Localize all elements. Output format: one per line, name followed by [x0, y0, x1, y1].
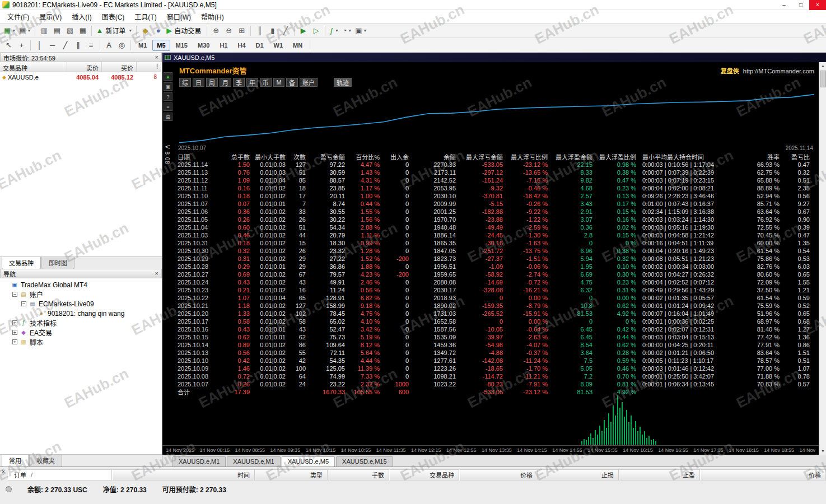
chart-scrollbar[interactable]: ▲ ▼ [819, 62, 826, 455]
new-chart-button[interactable]: ▦▼ [2, 25, 17, 37]
timeframe-m15-button[interactable]: M15 [171, 40, 192, 51]
periods-button[interactable]: ◔▼ [340, 25, 353, 37]
market-watch-close-icon[interactable]: × [155, 54, 158, 60]
menu-item[interactable]: 图表(C) [97, 10, 130, 23]
scroll-down-icon[interactable]: ▼ [819, 447, 826, 455]
tree-item[interactable]: −▤账户 [0, 290, 162, 299]
line-chart-button[interactable]: ╱ [279, 25, 292, 37]
text-label-button[interactable]: A [102, 39, 115, 52]
panel-track-button[interactable]: 轨迹 [334, 78, 352, 87]
tree-item[interactable]: ●9018201: chang qin wang [0, 309, 162, 318]
orders-tab[interactable]: 订单/ [8, 469, 112, 480]
panel-button-日[interactable]: 日 [193, 78, 204, 87]
market-watch-column-1[interactable]: 卖价 [67, 62, 102, 72]
panel-button-账户[interactable]: 账户 [300, 78, 318, 87]
scroll-up-icon[interactable]: ▲ [819, 62, 826, 69]
terminal-close-icon[interactable]: × [2, 469, 5, 475]
orders-column-7[interactable]: 价格 [700, 469, 826, 480]
orders-column-6[interactable]: 止盈 [619, 469, 700, 480]
horizontal-line-button[interactable]: ─ [46, 39, 59, 52]
menu-item[interactable]: 帮助(H) [196, 10, 229, 23]
options-button[interactable]: ● [152, 25, 165, 37]
panel-button-年[interactable]: 年 [246, 78, 258, 87]
cursor-button[interactable]: ↖ [2, 39, 15, 52]
menu-item[interactable]: 显示(V) [34, 10, 67, 23]
terminal-button[interactable]: ▦ [76, 25, 89, 37]
timeframe-h4-button[interactable]: H4 [233, 40, 250, 51]
timeframe-mn-button[interactable]: MN [288, 40, 307, 51]
tree-item[interactable]: −▦ECMarkets-Live09 [0, 299, 162, 309]
tree-item[interactable]: +ƒ技术指标 [0, 318, 162, 328]
tree-expander-icon[interactable]: + [12, 339, 17, 344]
tile-windows-button[interactable]: ⊞ [235, 25, 248, 37]
crosshair-button[interactable]: + [15, 39, 28, 52]
timeframe-d1-button[interactable]: D1 [251, 40, 268, 51]
templates-button[interactable]: ▣▼ [353, 25, 368, 37]
market-watch-column-2[interactable]: 买价 [102, 62, 137, 72]
market-watch-tab-交易品种[interactable]: 交易品种 [2, 257, 41, 269]
market-watch-column-3[interactable]: ! [137, 62, 161, 72]
new-order-button[interactable]: ▲新订单▼ [94, 25, 134, 37]
chart-tab-2[interactable]: XAUUSD.e,M5 [282, 456, 335, 466]
panel-button-综[interactable]: 综 [179, 78, 191, 87]
menu-item[interactable]: 文件(F) [2, 10, 34, 23]
chart-tab-0[interactable]: XAUUSD.e,M1 [172, 456, 226, 466]
tree-expander-icon[interactable]: + [12, 330, 17, 335]
vertical-line-button[interactable]: │ [33, 39, 46, 52]
navigator-button[interactable]: ▧ [63, 25, 76, 37]
market-watch-row-xauusd[interactable]: ◆ XAUUSD.e 4085.04 4085.12 8 [0, 72, 162, 82]
panel-button-M[interactable]: M [273, 78, 284, 87]
metaeditor-button[interactable]: ◆ [139, 25, 152, 37]
zoom-in-button[interactable]: ⊕ [209, 25, 222, 37]
timeframe-m5-button[interactable]: M5 [152, 40, 170, 51]
market-watch-button[interactable]: ▥ [38, 25, 50, 37]
navigator-tab-收藏夹[interactable]: 收藏夹 [29, 455, 62, 467]
candlestick-chart-button[interactable]: ▮ [266, 25, 279, 37]
auto-trading-button[interactable]: ▶自动交易 [165, 25, 204, 37]
help-button[interactable]: ? [164, 92, 172, 101]
tree-expander-icon[interactable]: + [12, 320, 17, 325]
orders-column-1[interactable]: 类型 [255, 469, 328, 480]
auto-scroll-button[interactable]: ▶ [297, 25, 310, 37]
panel-button-季[interactable]: 季 [233, 78, 245, 87]
chart-tab-1[interactable]: XAUUSD.e,M1 [227, 456, 280, 466]
tree-item[interactable]: +◆EA交易 [0, 328, 162, 337]
timeframe-m30-button[interactable]: M30 [193, 40, 214, 51]
navigator-close-icon[interactable]: × [155, 270, 158, 277]
zoom-out-button[interactable]: ⊖ [222, 25, 235, 37]
orders-column-4[interactable]: 价格 [459, 469, 538, 480]
indicators-button[interactable]: ƒ▼ [328, 25, 340, 37]
orders-column-2[interactable]: 手数 [328, 469, 389, 480]
minimize-button[interactable]: – [776, 0, 792, 10]
panel-button-备[interactable]: 备 [286, 78, 298, 87]
tree-item[interactable]: ▣TradeMax Global MT4 [0, 280, 162, 290]
screenshot-button[interactable]: ▣ [164, 82, 172, 91]
tree-expander-icon[interactable]: − [21, 301, 26, 306]
scrollbar-thumb[interactable] [820, 71, 826, 87]
menu-item[interactable]: 工具(T) [129, 10, 161, 23]
market-watch-column-0[interactable]: 交易品种 [0, 62, 67, 72]
panel-button-币[interactable]: 币 [260, 78, 272, 87]
fibonacci-button[interactable]: ≡ [85, 39, 97, 52]
bar-chart-button[interactable]: ║ [253, 25, 266, 37]
panel-button-月[interactable]: 月 [220, 78, 231, 87]
list-button[interactable]: ≡ [164, 102, 172, 111]
settings-button[interactable]: ⊞ [164, 113, 172, 121]
trendline-button[interactable]: ╱ [59, 39, 72, 52]
chart-shift-button[interactable]: ▷ [310, 25, 323, 37]
navigator-tab-常用[interactable]: 常用 [2, 455, 29, 467]
profiles-button[interactable]: ▤▼ [17, 25, 32, 37]
maximize-button[interactable]: □ [792, 0, 809, 10]
data-window-button[interactable]: ▤ [50, 25, 63, 37]
tree-expander-icon[interactable]: − [12, 292, 17, 297]
orders-column-3[interactable]: 交易品种 [389, 469, 459, 480]
arrow-objects-button[interactable]: ◎ [115, 39, 128, 52]
market-watch-tab-即时图[interactable]: 即时图 [41, 257, 74, 269]
tree-item[interactable]: +▥脚本 [0, 337, 162, 347]
timeframe-w1-button[interactable]: W1 [269, 40, 288, 51]
timeframe-m1-button[interactable]: M1 [134, 40, 151, 51]
chart-tab-3[interactable]: XAUUSD.e,M15 [336, 456, 393, 466]
panel-collapse-button[interactable]: ▲ [164, 72, 172, 81]
close-button[interactable]: × [809, 0, 826, 10]
orders-column-0[interactable]: 时间 [112, 469, 255, 480]
